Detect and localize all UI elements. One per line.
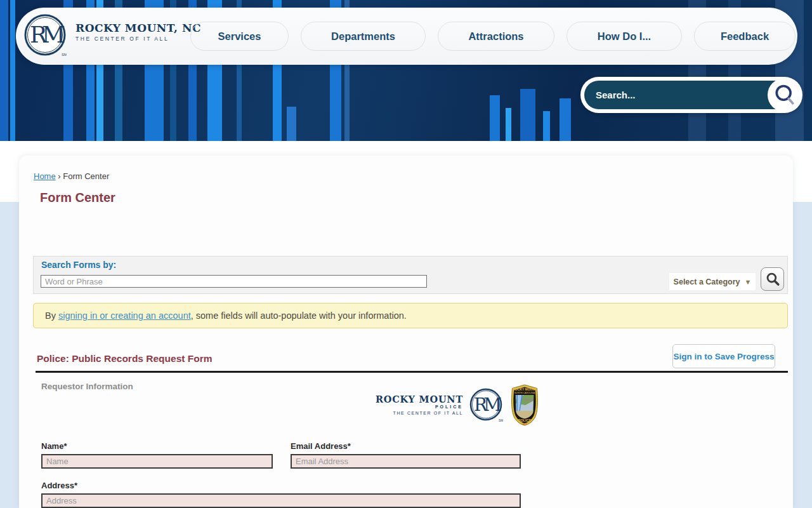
badge-police-text: POLICE [518, 418, 532, 422]
content-card: Home › Form Center Form Center Search Fo… [19, 156, 793, 508]
skyline-bar [287, 107, 296, 141]
nav-item-feedback[interactable]: Feedback [694, 22, 796, 51]
email-field[interactable] [291, 454, 521, 469]
notice-suffix: , some fields will auto-populate with yo… [191, 311, 407, 321]
breadcrumb-home-link[interactable]: Home [34, 171, 56, 181]
police-tagline: THE CENTER OF IT ALL [369, 411, 463, 416]
skyline-bar [490, 95, 500, 141]
city-logo-icon[interactable]: RM SM [23, 14, 67, 57]
police-org-name: ROCKY MOUNT [369, 394, 463, 405]
skyline-bar [506, 108, 511, 141]
category-select-label: Select a Category [674, 277, 740, 286]
section-heading: Requestor Information [41, 382, 133, 391]
skyline-bar [520, 89, 535, 141]
notice-prefix: By [45, 311, 58, 321]
page: RM SM ROCKY MOUNT, NC THE CENTER OF IT A… [0, 0, 812, 508]
breadcrumb-current: Form Center [63, 171, 109, 181]
skyline-bar [10, 0, 15, 141]
category-select[interactable]: Select a Category ▼ [669, 273, 756, 290]
search-forms-heading: Search Forms by: [41, 260, 116, 270]
breadcrumb-separator: › [58, 171, 60, 181]
site-logo-text[interactable]: ROCKY MOUNT, NC THE CENTER OF IT ALL [75, 22, 201, 42]
address-label: Address* [41, 481, 77, 490]
skyline-bar [0, 0, 8, 141]
city-logo-icon: RM SM [469, 388, 503, 422]
site-title: ROCKY MOUNT, NC [75, 22, 201, 34]
nav-item-attractions[interactable]: Attractions [438, 22, 554, 51]
site-search-input[interactable] [596, 81, 742, 109]
chevron-down-icon: ▼ [745, 278, 752, 286]
logo-trademark: SM [499, 418, 503, 422]
logo-trademark: SM [62, 53, 67, 57]
signin-link[interactable]: signing in or creating an account [58, 311, 191, 321]
search-icon [765, 272, 780, 287]
email-label: Email Address* [291, 441, 351, 451]
badge-state-text: NORTH CAROLINA [514, 392, 535, 394]
police-logo-text: ROCKY MOUNT POLICE THE CENTER OF IT ALL [369, 394, 463, 417]
badge-city-text: ROCKY MOUNT [513, 387, 537, 391]
nav-item-how-do-i[interactable]: How Do I... [566, 22, 682, 51]
search-forms-panel: Search Forms by: Select a Category ▼ [33, 256, 788, 294]
signin-notice: By signing in or creating an account, so… [33, 303, 788, 328]
name-field[interactable] [41, 454, 273, 469]
search-icon [772, 83, 797, 108]
police-logo-group: ROCKY MOUNT POLICE THE CENTER OF IT ALL … [369, 383, 542, 427]
logo-monogram: RM [30, 22, 65, 48]
badge-year-text: 1875 [522, 423, 527, 425]
site-search [580, 77, 802, 113]
form-divider [36, 371, 788, 373]
skyline-bar [543, 111, 550, 141]
form-title: Police: Public Records Request Form [37, 353, 212, 364]
word-or-phrase-input[interactable] [41, 275, 427, 288]
site-tagline: THE CENTER OF IT ALL [75, 36, 201, 42]
name-label: Name* [41, 441, 67, 451]
nav-item-services[interactable]: Services [190, 22, 289, 51]
breadcrumb: Home › Form Center [34, 171, 109, 181]
skyline-bar [560, 98, 571, 141]
sign-in-save-progress-button[interactable]: Sign in to Save Progress [672, 344, 775, 368]
logo-monogram: RM [474, 394, 501, 415]
police-dept-label: POLICE [369, 404, 463, 410]
main-nav: Services Departments Attractions How Do … [190, 22, 796, 51]
nav-item-departments[interactable]: Departments [301, 22, 426, 51]
site-header: RM SM ROCKY MOUNT, NC THE CENTER OF IT A… [16, 8, 797, 65]
forms-search-button[interactable] [761, 267, 784, 291]
page-title: Form Center [40, 190, 115, 205]
police-badge-icon: ROCKY MOUNT NORTH CAROLINA POLICE 1875 [509, 384, 540, 426]
address-field[interactable] [41, 493, 521, 508]
site-search-button[interactable] [768, 78, 801, 112]
